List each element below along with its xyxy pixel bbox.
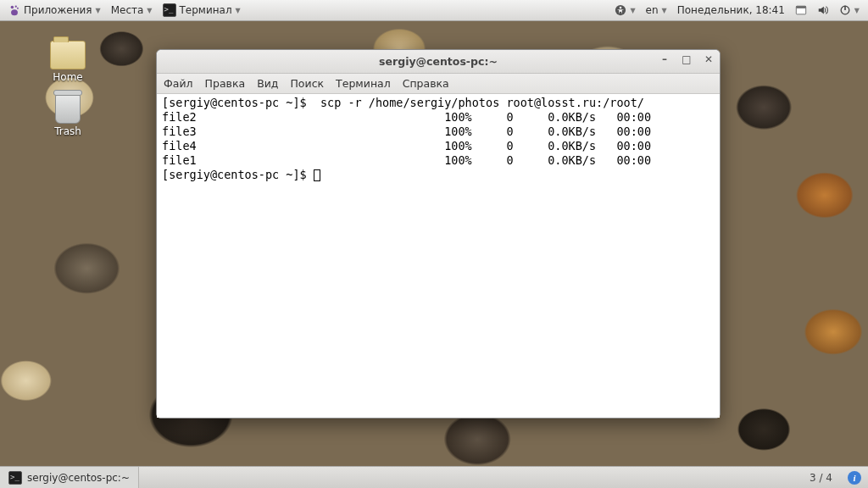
chevron-down-icon: ▼ xyxy=(147,7,152,14)
menu-view[interactable]: Вид xyxy=(257,77,278,90)
menu-terminal[interactable]: Терминал xyxy=(336,77,391,90)
terminal-icon xyxy=(8,471,22,485)
volume-icon xyxy=(817,4,829,16)
clock-label: Понедельник, 18:41 xyxy=(677,4,785,16)
terminal-cursor xyxy=(314,169,320,181)
terminal-textarea[interactable]: [sergiy@centos-pc ~]$ scp -r /home/sergi… xyxy=(157,94,720,418)
svg-point-3 xyxy=(11,9,18,15)
bottom-panel: sergiy@centos-pc:~ 3 / 4 i xyxy=(0,466,868,488)
chevron-down-icon: ▼ xyxy=(236,7,241,14)
power-applet[interactable]: ▼ xyxy=(836,0,863,20)
terminal-icon xyxy=(163,3,176,17)
desktop-icon-label: Trash xyxy=(34,125,102,137)
applications-label: Приложения xyxy=(24,4,92,16)
chevron-down-icon: ▼ xyxy=(96,7,101,14)
accessibility-menu[interactable]: ▼ xyxy=(611,0,638,20)
terminal-window: sergiy@centos-pc:~ – □ ✕ Файл Правка Вид… xyxy=(156,49,721,419)
places-menu[interactable]: Места ▼ xyxy=(108,0,156,20)
window-title: sergiy@centos-pc:~ xyxy=(379,55,498,68)
info-badge-icon[interactable]: i xyxy=(848,471,861,485)
svg-rect-7 xyxy=(796,6,805,8)
volume-applet[interactable] xyxy=(814,0,832,20)
chevron-down-icon: ▼ xyxy=(662,7,667,14)
window-controls: – □ ✕ xyxy=(659,53,715,65)
svg-point-0 xyxy=(11,6,14,9)
keyboard-layout-label: en xyxy=(646,4,659,16)
calendar-icon xyxy=(795,4,807,16)
applications-menu[interactable]: Приложения ▼ xyxy=(5,0,104,20)
chevron-down-icon: ▼ xyxy=(854,7,860,14)
minimize-button[interactable]: – xyxy=(659,53,670,65)
terminal-launcher-label: Терминал xyxy=(180,4,232,16)
menu-help[interactable]: Справка xyxy=(403,77,449,90)
taskbar-item-label: sergiy@centos-pc:~ xyxy=(27,472,130,484)
maximize-button[interactable]: □ xyxy=(681,53,693,65)
top-panel: Приложения ▼ Места ▼ Терминал ▼ ▼ en ▼ П… xyxy=(0,0,868,21)
close-button[interactable]: ✕ xyxy=(703,53,715,65)
svg-point-1 xyxy=(15,5,17,7)
menu-file[interactable]: Файл xyxy=(164,77,193,90)
trash-icon xyxy=(55,93,81,124)
places-label: Места xyxy=(111,4,144,16)
terminal-launcher[interactable]: Терминал ▼ xyxy=(159,0,244,20)
clock[interactable]: Понедельник, 18:41 xyxy=(674,0,788,20)
calendar-applet[interactable] xyxy=(792,0,810,20)
desktop-icon-label: Home xyxy=(34,71,102,83)
desktop-icon-home[interactable]: Home xyxy=(34,41,102,83)
svg-point-2 xyxy=(17,8,19,9)
window-menubar: Файл Правка Вид Поиск Терминал Справка xyxy=(157,74,720,94)
taskbar-item-terminal[interactable]: sergiy@centos-pc:~ xyxy=(0,467,139,488)
chevron-down-icon: ▼ xyxy=(630,7,635,14)
gnome-foot-icon xyxy=(8,4,20,16)
accessibility-icon xyxy=(615,4,626,16)
workspace-indicator[interactable]: 3 / 4 xyxy=(801,472,841,484)
power-icon xyxy=(839,4,851,16)
menu-edit[interactable]: Правка xyxy=(205,77,246,90)
svg-point-5 xyxy=(620,7,622,9)
keyboard-layout-indicator[interactable]: en ▼ xyxy=(643,0,670,20)
workspace-label: 3 / 4 xyxy=(810,472,832,484)
menu-search[interactable]: Поиск xyxy=(290,77,324,90)
window-titlebar[interactable]: sergiy@centos-pc:~ – □ ✕ xyxy=(157,50,720,74)
desktop-icon-trash[interactable]: Trash xyxy=(34,93,102,137)
folder-icon xyxy=(50,41,86,69)
